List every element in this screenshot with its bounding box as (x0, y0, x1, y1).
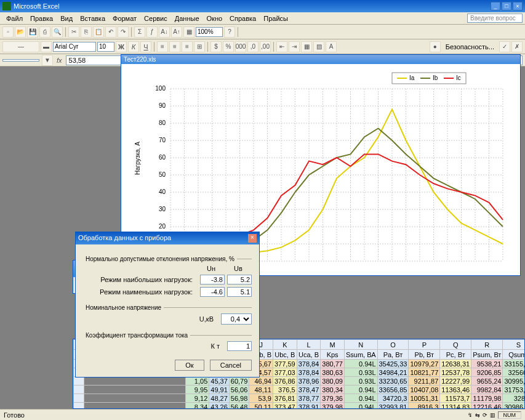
maximize-button[interactable]: □ (502, 2, 511, 10)
security-icon[interactable]: ● (430, 41, 441, 52)
sort-asc-icon[interactable]: A↓ (159, 26, 170, 38)
currency-icon[interactable]: $ (210, 41, 222, 52)
save-icon[interactable]: 💾 (27, 26, 38, 38)
layout-icon[interactable]: ▥ (490, 412, 495, 418)
menu-window[interactable]: Окно (203, 14, 226, 23)
svg-text:30: 30 (159, 206, 166, 212)
menu-price[interactable]: Прайсы (260, 14, 292, 23)
bold-icon[interactable]: Ж (116, 41, 127, 52)
align-right-icon[interactable]: ≡ (182, 41, 193, 52)
share-icon[interactable]: ↯ (468, 412, 473, 418)
minimize-button[interactable]: _ (491, 2, 500, 10)
name-dropdown[interactable]: ▼ (42, 55, 53, 66)
menu-tools[interactable]: Сервис (140, 14, 171, 23)
chart-icon[interactable]: ▦ (183, 26, 194, 38)
dialog-section2: Номинальное напряжение (83, 304, 164, 311)
statusbar: Готово ↯ ⇆ ⟳ ▥ NUM (0, 409, 525, 420)
sort-desc-icon[interactable]: A↑ (171, 26, 182, 38)
new-icon[interactable]: ▫ (2, 26, 14, 38)
legend-ia: Ia (409, 75, 415, 81)
min-un-input[interactable] (200, 287, 225, 297)
process-dialog: Обработка данных с прибора× Нормально до… (75, 232, 260, 378)
dialog-section1: Нормально допустимые отклонения напряжен… (83, 256, 237, 262)
toolbar-standard: ▫ 📂 💾 ⎙ 🔍 ✂ ⎘ 📋 ↶ ↷ Σ ƒ A↓ A↑ ▦ 100% ? (0, 25, 525, 39)
sec-btn-1[interactable]: ✓ (499, 41, 510, 52)
align-center-icon[interactable]: ≡ (169, 41, 180, 52)
dialog-close-icon[interactable]: × (248, 234, 257, 243)
fx-icon[interactable]: ƒ (146, 26, 158, 38)
kt-input[interactable] (227, 341, 252, 351)
menu-format[interactable]: Формат (109, 14, 140, 23)
chart-window-title[interactable]: Тест220.xls (121, 55, 520, 64)
paste-icon[interactable]: 📋 (93, 26, 104, 38)
svg-text:20: 20 (159, 223, 166, 230)
cut-icon[interactable]: ✂ (68, 26, 79, 38)
preview-icon[interactable]: 🔍 (52, 26, 63, 38)
svg-text:80: 80 (159, 119, 166, 126)
sum-icon[interactable]: Σ (134, 26, 145, 38)
name-box[interactable] (2, 59, 39, 62)
max-un-input[interactable] (200, 275, 225, 285)
percent-icon[interactable]: % (223, 41, 234, 52)
titlebar: Microsoft Excel _ □ × (0, 0, 525, 12)
borders-icon[interactable]: ▦ (301, 41, 312, 52)
close-button[interactable]: × (513, 2, 523, 10)
line-style[interactable]: — (2, 41, 39, 52)
open-icon[interactable]: 📂 (15, 26, 26, 38)
ok-button[interactable]: Ок (175, 360, 204, 371)
kt-label: К т (83, 342, 225, 350)
merge-icon[interactable]: ⊞ (194, 41, 205, 52)
cancel-button[interactable]: Cancel (210, 360, 252, 371)
security-label[interactable]: Безопасность... (442, 43, 498, 50)
zoom-combo[interactable]: 100% (196, 27, 223, 37)
status-num: NUM (498, 411, 522, 419)
dialog-title: Обработка данных с прибора (78, 234, 171, 243)
workspace: Построение ▼ × Тест220.xls Ia Ib Ic 0102… (0, 67, 525, 409)
sec-btn-2[interactable]: ✗ (511, 41, 523, 52)
max-load-label: Режим наибольших нагрузок: (83, 276, 198, 283)
ukb-select[interactable]: 0,4 (221, 313, 252, 325)
help-icon[interactable]: ? (224, 26, 235, 38)
align-left-icon[interactable]: ≡ (157, 41, 168, 52)
undo-icon[interactable]: ↶ (105, 26, 116, 38)
fill-color-icon[interactable]: ▨ (313, 41, 324, 52)
menu-edit[interactable]: Правка (26, 14, 57, 23)
dec-decimal-icon[interactable]: ,00 (260, 41, 271, 52)
window-buttons: _ □ × (491, 2, 523, 10)
indent-inc-icon[interactable]: ⇥ (289, 41, 300, 52)
link-icon[interactable]: ⇆ (475, 412, 480, 418)
svg-text:70: 70 (159, 137, 166, 143)
menubar: Файл Правка Вид Вставка Формат Сервис Да… (0, 12, 525, 25)
min-load-label: Режим наименьших нагрузок: (83, 288, 198, 296)
fontsize-combo[interactable]: 10 (97, 42, 114, 52)
chart-legend: Ia Ib Ic (392, 73, 466, 84)
underline-icon[interactable]: Ч (140, 41, 151, 52)
svg-text:100: 100 (155, 85, 166, 92)
fx-label[interactable]: fx (57, 57, 62, 64)
un-label: Uн (198, 265, 225, 272)
menu-data[interactable]: Данные (171, 14, 203, 23)
font-combo[interactable]: Arial Cyr (53, 42, 96, 52)
line-color[interactable]: ▬ (41, 41, 52, 52)
menu-view[interactable]: Вид (57, 14, 76, 23)
menu-help[interactable]: Справка (226, 14, 260, 23)
font-color-icon[interactable]: A (326, 41, 337, 52)
min-uv-input[interactable] (227, 287, 252, 297)
svg-text:60: 60 (159, 154, 166, 161)
toolbar-formatting: — ▬ Arial Cyr 10 Ж К Ч ≡ ≡ ≡ ⊞ $ % 000 ,… (0, 39, 525, 54)
dialog-section3: Коэффициент трансформации тока (83, 332, 190, 339)
svg-text:50: 50 (159, 171, 166, 178)
menu-insert[interactable]: Вставка (76, 14, 109, 23)
comma-icon[interactable]: 000 (235, 41, 246, 52)
indent-dec-icon[interactable]: ⇤ (276, 41, 287, 52)
copy-icon[interactable]: ⎘ (81, 26, 92, 38)
max-uv-input[interactable] (227, 275, 252, 285)
italic-icon[interactable]: К (128, 41, 139, 52)
print-icon[interactable]: ⎙ (39, 26, 50, 38)
refresh-icon[interactable]: ⟳ (483, 412, 487, 418)
menu-file[interactable]: Файл (2, 14, 26, 23)
inc-decimal-icon[interactable]: ,0 (247, 41, 258, 52)
legend-ic: Ic (456, 75, 461, 81)
ask-a-question[interactable]: Введите вопрос (467, 14, 523, 23)
redo-icon[interactable]: ↷ (118, 26, 129, 38)
